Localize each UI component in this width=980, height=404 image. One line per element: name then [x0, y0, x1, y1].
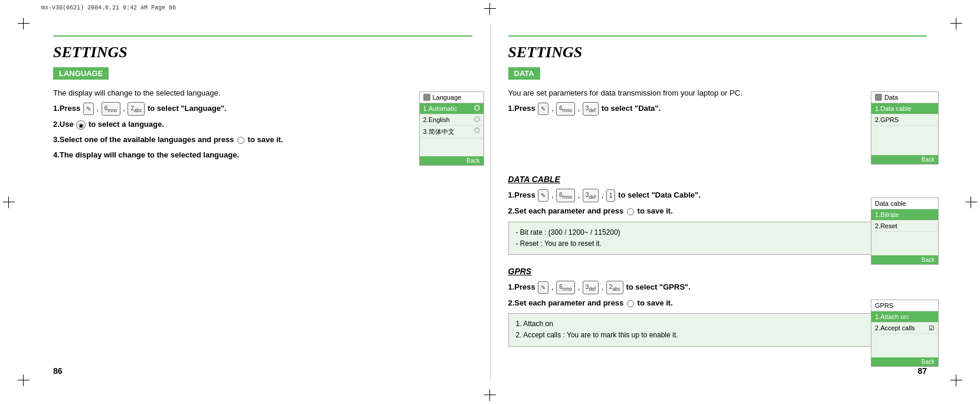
data-cable-content: 1.Press ✎ , 6mno , 3def , 1 to select "D…: [508, 189, 910, 218]
phone-screen-gprs-back: Back: [871, 357, 938, 366]
crosshair-right: [962, 196, 980, 208]
page-number-right: 87: [917, 366, 927, 376]
pages-container: SETTINGS LANGUAGE The display will chang…: [35, 24, 945, 380]
language-item-2: 2.English: [420, 114, 484, 126]
gprs-step1: 1.Press ✎ , 6mno , 3def , 2abc to select…: [508, 281, 910, 294]
gprs-info-line2: 2. Accept calls : You are to mark this u…: [516, 330, 867, 341]
data-cable-step2: 2.Set each parameter and press to save i…: [508, 205, 910, 218]
key-2-gprs: 2abc: [606, 281, 623, 294]
language-step3: 3.Select one of the available languages …: [53, 133, 472, 146]
svg-point-2: [475, 128, 479, 133]
left-settings-title: SETTINGS: [53, 44, 472, 61]
crosshair-top: [484, 0, 496, 18]
reg-mark-br: [950, 375, 962, 386]
page-header: mx-v30(0621) 2004.6.21 9:42 AM Page 86: [41, 5, 176, 11]
page-number-left: 86: [53, 366, 63, 376]
data-item-2: 2.GPRS: [871, 114, 938, 126]
save-icon-dc: [627, 208, 634, 215]
language-content: The display will change to the selected …: [53, 87, 472, 162]
language-item-3: 3.简体中文: [420, 126, 484, 139]
key-3-r: 3def: [583, 102, 599, 116]
save-icon-step3: [237, 137, 244, 144]
page-right: SETTINGS DATA You are set parameters for…: [491, 24, 945, 380]
key-menu: ✎: [83, 103, 94, 115]
datacable-item-1: 1.Bitrate: [871, 209, 938, 221]
language-intro: The display will change to the selected …: [53, 87, 472, 100]
crosshair-bottom: [484, 386, 496, 404]
phone-screen-language: Language 1.Automatic 2.English 3.简体中文 Ba…: [419, 91, 484, 166]
phone-screen-data-title: Data: [871, 92, 938, 103]
gprs-info-box: 1. Attach on 2. Accept calls : You are t…: [508, 313, 874, 346]
page-left: SETTINGS LANGUAGE The display will chang…: [35, 24, 491, 380]
phone-screen-data-icon: [875, 94, 882, 101]
data-cable-info-box: - Bit rate : (300 / 1200~ / 115200) - Re…: [508, 222, 874, 255]
reg-mark-tr: [950, 18, 962, 29]
gprs-step2: 2.Set each parameter and press to save i…: [508, 297, 910, 310]
language-step1: 1.Press ✎ , 6mno , 2abc to select "Langu…: [53, 102, 472, 116]
left-page-divider: [53, 35, 472, 37]
nav-icon-step2: [76, 120, 86, 130]
data-cable-title: DATA CABLE: [508, 175, 927, 184]
right-settings-title: SETTINGS: [508, 44, 927, 61]
data-cable-step1: 1.Press ✎ , 6mno , 3def , 1 to select "D…: [508, 189, 910, 202]
gprs-item-2: 2.Accept calls ☑: [871, 323, 938, 334]
language-step2: 2.Use to select a language.: [53, 118, 472, 131]
key-6-gprs: 6mno: [556, 281, 575, 294]
datacable-item-2: 2.Reset: [871, 221, 938, 232]
phone-screen-data: Data 1.Data cable 2.GPRS Back: [871, 91, 939, 165]
key-menu-gprs: ✎: [538, 281, 548, 294]
gprs-info-line1: 1. Attach on: [516, 318, 867, 330]
save-icon-gprs: [627, 300, 634, 307]
gprs-title: GPRS: [508, 267, 927, 276]
key-menu-r: ✎: [538, 103, 548, 115]
phone-screen-gprs-title: GPRS: [871, 300, 938, 311]
key-3-dc: 3def: [583, 189, 599, 202]
data-item-1: 1.Data cable: [871, 103, 938, 114]
language-badge: LANGUAGE: [53, 67, 109, 80]
data-content: You are set parameters for data transmis…: [508, 87, 910, 116]
phone-screen-datacable-back: Back: [871, 255, 938, 264]
phone-screen-language-icon: [423, 94, 430, 101]
phone-screen-language-back: Back: [420, 156, 484, 165]
key-1-dc: 1: [606, 189, 616, 202]
data-step1: 1.Press ✎ , 6mno , 3def to select "Data"…: [508, 102, 910, 116]
key-6-r: 6mno: [556, 102, 575, 116]
data-intro: You are set parameters for data transmis…: [508, 87, 910, 100]
phone-screen-data-back: Back: [871, 155, 938, 164]
key-6: 6mno: [102, 102, 120, 116]
reg-mark-bl: [18, 375, 30, 386]
phone-screen-datacable-title: Data cable: [871, 198, 938, 209]
language-item-1: 1.Automatic: [420, 103, 484, 114]
phone-screen-language-title: Language: [420, 92, 484, 103]
svg-point-0: [475, 106, 479, 110]
phone-screen-gprs: GPRS 1.Attach on: 2.Accept calls ☑ Back: [871, 300, 939, 367]
phone-screen-datacable: Data cable 1.Bitrate 2.Reset Back: [871, 198, 939, 265]
reg-mark-tl: [18, 18, 30, 29]
key-menu-dc: ✎: [538, 189, 548, 202]
crosshair-left: [0, 196, 18, 208]
data-cable-info-line1: - Bit rate : (300 / 1200~ / 115200): [516, 227, 867, 238]
svg-point-1: [475, 117, 479, 121]
data-cable-info-line2: - Reset : You are to reset it.: [516, 238, 867, 249]
gprs-check-icon: ☑: [929, 324, 935, 332]
language-step4: 4.The display will change to the selecte…: [53, 149, 472, 162]
gprs-item-1: 1.Attach on:: [871, 311, 938, 323]
key-3-gprs: 3def: [583, 281, 599, 294]
gprs-content: 1.Press ✎ , 6mno , 3def , 2abc to select…: [508, 281, 910, 310]
data-badge: DATA: [508, 67, 540, 80]
right-page-divider: [508, 35, 927, 37]
key-6-dc: 6mno: [556, 189, 575, 202]
key-2: 2abc: [128, 102, 145, 116]
